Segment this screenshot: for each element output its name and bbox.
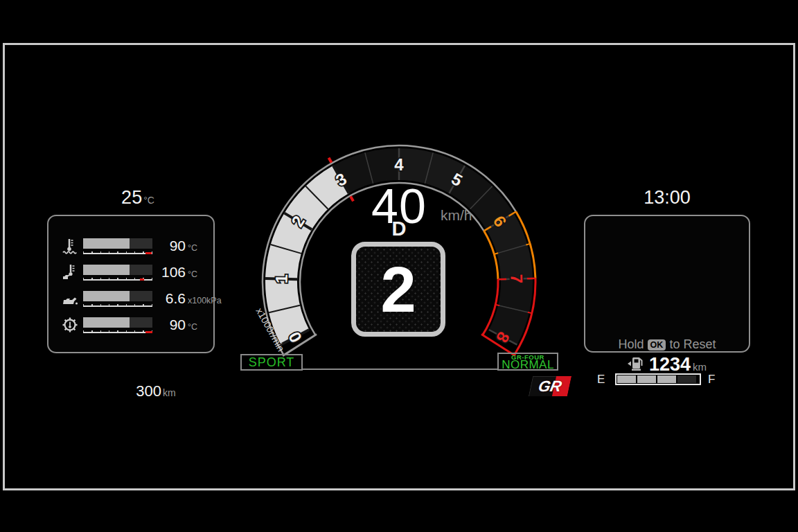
fuel-full-label: F: [708, 373, 715, 387]
fuel-empty-label: E: [597, 373, 605, 387]
driving-range: 300km: [83, 382, 229, 400]
fuel-segment: [677, 375, 696, 383]
oil-temp-unit: °C: [186, 269, 225, 279]
svg-text:7: 7: [507, 274, 526, 284]
transmission-temp-value: 90: [154, 317, 186, 333]
fuel-range-value: 1234: [649, 354, 691, 375]
svg-text:4: 4: [394, 155, 404, 174]
oil-pressure-unit: x100kPa: [186, 296, 225, 305]
vitals-rows: 90°C 106°C: [60, 233, 206, 338]
gr-logo-text: GR: [529, 376, 571, 396]
fuel-pump-icon: [628, 356, 645, 374]
speed-unit: km/h: [441, 207, 472, 224]
gr-four-mode: NORMAL: [502, 360, 554, 370]
clock: 13:00: [584, 187, 750, 209]
fuel-gauge: [615, 373, 701, 385]
drive-mode-label: SPORT: [249, 355, 295, 370]
outside-temperature-value: 25: [121, 187, 142, 208]
oil-pressure-bar: [83, 291, 152, 301]
oil-pressure-row: 6.6x100kPa: [60, 285, 206, 312]
driving-range-value: 300: [136, 382, 161, 400]
transmission-temp-unit: °C: [186, 322, 225, 332]
gr-four-badge: GR-FOUR NORMAL: [497, 353, 558, 371]
g-meter-panel: [584, 215, 750, 353]
transmission-temp-icon: [60, 316, 80, 334]
gear-indicator-box: 2: [351, 242, 445, 337]
ok-button-glyph: OK: [648, 339, 666, 351]
oil-pressure-icon: [60, 290, 80, 308]
oil-temp-value: 106: [154, 264, 186, 281]
svg-text:1: 1: [272, 274, 290, 284]
vehicle-vitals-panel: 90°C 106°C: [47, 215, 215, 353]
oil-pressure-value: 6.6: [154, 290, 186, 307]
coolant-temp-icon: [60, 237, 80, 255]
outside-temperature-unit: °C: [143, 195, 154, 206]
oil-temp-icon: [60, 263, 80, 281]
reset-hint: Hold OK to Reset: [584, 337, 750, 352]
transmission-temp-row: 90°C: [60, 312, 206, 338]
oil-temp-scale: [83, 276, 152, 281]
instrument-cluster: 012345678x1000r/minLEFTRIGHTBRAKEACCELER…: [0, 0, 798, 532]
coolant-temp-row: 90°C: [60, 233, 206, 259]
fuel-segment: [617, 375, 636, 383]
oil-temp-row: 106°C: [60, 259, 206, 285]
fuel-segment: [657, 375, 676, 383]
fuel-segment: [637, 375, 656, 383]
gr-logo: GR: [529, 376, 571, 396]
clock-time: 13:00: [644, 187, 691, 208]
oil-temp-bar: [83, 265, 152, 275]
oil-pressure-scale: [83, 303, 152, 307]
transmission-temp-bar: [83, 317, 152, 328]
gear-number: 2: [380, 258, 416, 321]
coolant-temp-scale: [83, 250, 152, 254]
outside-temperature: 25°C: [48, 187, 228, 209]
driving-range-unit: km: [163, 387, 176, 398]
fuel-range-row: 1234 km: [584, 354, 750, 375]
shift-position: D: [371, 218, 427, 240]
coolant-temp-unit: °C: [186, 243, 225, 253]
drive-mode-badge: SPORT: [240, 354, 303, 371]
transmission-temp-scale: [83, 329, 152, 333]
fuel-range-unit: km: [693, 361, 707, 373]
coolant-temp-bar: [83, 238, 152, 249]
badge-connector-line: [301, 369, 497, 370]
coolant-temp-value: 90: [154, 238, 186, 254]
